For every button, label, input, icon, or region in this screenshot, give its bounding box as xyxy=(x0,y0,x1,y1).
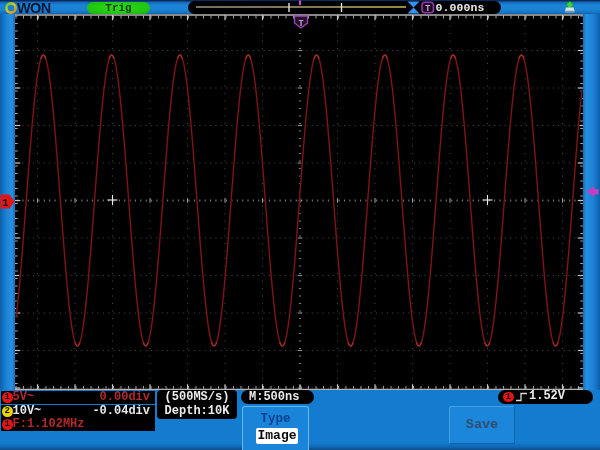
svg-text:T: T xyxy=(425,4,430,14)
svg-text:T: T xyxy=(298,19,303,29)
svg-text:0.000ns: 0.000ns xyxy=(436,1,485,14)
svg-text:1: 1 xyxy=(2,197,8,209)
